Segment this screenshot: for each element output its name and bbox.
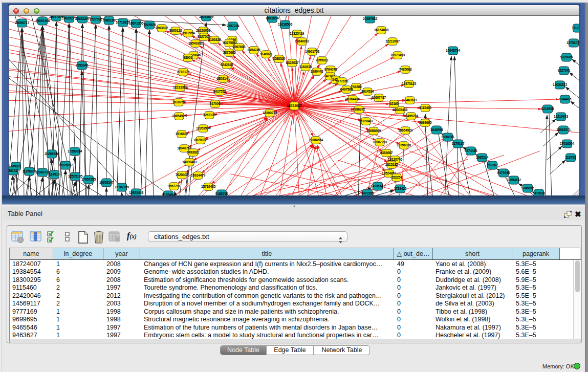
svg-text:20364436: 20364436 bbox=[345, 97, 360, 101]
svg-text:3875685: 3875685 bbox=[223, 51, 236, 54]
svg-text:8878332: 8878332 bbox=[194, 138, 207, 142]
svg-text:15300273: 15300273 bbox=[263, 111, 277, 115]
svg-text:20206536: 20206536 bbox=[45, 152, 59, 156]
svg-text:8186328: 8186328 bbox=[208, 38, 221, 41]
svg-text:1162615: 1162615 bbox=[299, 65, 312, 69]
svg-text:17359934: 17359934 bbox=[68, 149, 82, 153]
svg-text:1244415: 1244415 bbox=[559, 97, 572, 101]
svg-text:18120746: 18120746 bbox=[388, 158, 402, 161]
svg-text:10719155: 10719155 bbox=[116, 20, 130, 24]
svg-text:1112753: 1112753 bbox=[572, 26, 579, 30]
svg-text:8427552: 8427552 bbox=[213, 90, 226, 93]
svg-text:114519: 114519 bbox=[49, 172, 60, 176]
svg-text:9188756: 9188756 bbox=[215, 192, 228, 195]
svg-text:10653267: 10653267 bbox=[75, 17, 90, 20]
svg-text:14961758: 14961758 bbox=[305, 50, 319, 53]
svg-text:12505185: 12505185 bbox=[68, 174, 82, 178]
svg-text:9474444: 9474444 bbox=[465, 149, 477, 152]
svg-text:1640954: 1640954 bbox=[430, 128, 443, 132]
svg-text:9146821: 9146821 bbox=[260, 52, 273, 56]
svg-text:7986372: 7986372 bbox=[353, 107, 365, 111]
svg-text:9115460: 9115460 bbox=[419, 106, 432, 110]
svg-text:18724007: 18724007 bbox=[287, 103, 302, 108]
svg-text:9227341: 9227341 bbox=[558, 69, 571, 72]
svg-text:15751074: 15751074 bbox=[567, 41, 579, 45]
svg-text:12213389: 12213389 bbox=[173, 85, 187, 89]
svg-text:9329966: 9329966 bbox=[560, 55, 573, 59]
svg-text:7955812: 7955812 bbox=[316, 58, 329, 62]
svg-text:10607487: 10607487 bbox=[372, 96, 386, 99]
svg-text:8322037: 8322037 bbox=[286, 61, 299, 64]
svg-text:20691406: 20691406 bbox=[35, 19, 50, 23]
svg-text:8215958: 8215958 bbox=[541, 107, 554, 111]
svg-text:16914479: 16914479 bbox=[191, 173, 205, 177]
svg-text:12033872: 12033872 bbox=[553, 83, 567, 86]
svg-text:3493822: 3493822 bbox=[187, 150, 200, 154]
svg-text:17016504: 17016504 bbox=[560, 142, 574, 145]
svg-text:9472385: 9472385 bbox=[361, 191, 374, 195]
svg-text:15720407: 15720407 bbox=[359, 119, 373, 123]
svg-text:9155494: 9155494 bbox=[162, 193, 175, 195]
svg-text:18907293: 18907293 bbox=[373, 140, 387, 144]
svg-text:7485063: 7485063 bbox=[399, 68, 412, 71]
svg-text:6966160: 6966160 bbox=[103, 18, 116, 22]
svg-text:7625402: 7625402 bbox=[176, 173, 188, 177]
svg-text:12213987: 12213987 bbox=[385, 39, 400, 43]
svg-text:1615132: 1615132 bbox=[385, 163, 398, 166]
svg-text:2718176: 2718176 bbox=[177, 70, 190, 74]
svg-text:9794078: 9794078 bbox=[324, 68, 337, 71]
svg-text:7515525: 7515525 bbox=[143, 23, 156, 27]
svg-text:7663822: 7663822 bbox=[156, 26, 168, 30]
svg-text:1916682: 1916682 bbox=[176, 132, 188, 136]
svg-text:16543382: 16543382 bbox=[188, 41, 203, 45]
svg-text:19218506: 19218506 bbox=[278, 23, 292, 26]
svg-text:9657791: 9657791 bbox=[168, 184, 181, 188]
svg-text:14099483: 14099483 bbox=[182, 160, 197, 164]
svg-text:10654112: 10654112 bbox=[507, 178, 521, 182]
svg-text:12942737: 12942737 bbox=[35, 170, 50, 174]
svg-text:9242848: 9242848 bbox=[221, 63, 233, 67]
svg-text:1588520: 1588520 bbox=[273, 57, 286, 60]
svg-text:20387682: 20387682 bbox=[363, 17, 377, 20]
svg-text:3624534: 3624534 bbox=[361, 90, 374, 93]
svg-text:16154808: 16154808 bbox=[374, 28, 388, 32]
svg-text:8471636: 8471636 bbox=[497, 171, 510, 174]
svg-text:12923448: 12923448 bbox=[129, 191, 143, 194]
svg-text:116753: 116753 bbox=[565, 156, 576, 159]
svg-text:2053346: 2053346 bbox=[76, 63, 89, 67]
svg-text:9777169: 9777169 bbox=[336, 79, 349, 83]
svg-text:9938913: 9938913 bbox=[442, 135, 454, 139]
svg-text:252254: 252254 bbox=[391, 176, 402, 179]
svg-text:12975125: 12975125 bbox=[402, 82, 416, 85]
svg-text:19384554: 19384554 bbox=[309, 138, 323, 142]
svg-text:20975857: 20975857 bbox=[58, 163, 73, 167]
svg-text:19654925: 19654925 bbox=[172, 114, 186, 118]
svg-text:39151: 39151 bbox=[9, 169, 17, 172]
svg-text:98901: 98901 bbox=[183, 56, 192, 59]
svg-text:10463627: 10463627 bbox=[403, 98, 417, 102]
svg-text:10958107: 10958107 bbox=[99, 181, 114, 184]
svg-text:9327508: 9327508 bbox=[223, 41, 236, 45]
svg-text:8813054: 8813054 bbox=[266, 16, 279, 20]
svg-text:1610755: 1610755 bbox=[172, 100, 185, 104]
svg-text:16648784: 16648784 bbox=[446, 49, 460, 52]
svg-text:10025438: 10025438 bbox=[393, 108, 407, 112]
svg-text:9474103: 9474103 bbox=[533, 191, 546, 195]
svg-text:15716485: 15716485 bbox=[201, 185, 215, 188]
svg-text:9384067: 9384067 bbox=[380, 151, 393, 155]
svg-text:1733426: 1733426 bbox=[394, 187, 407, 190]
svg-text:9245652: 9245652 bbox=[521, 186, 534, 190]
svg-text:62160: 62160 bbox=[389, 102, 399, 105]
svg-text:3912954: 3912954 bbox=[182, 31, 195, 35]
svg-text:12353594: 12353594 bbox=[196, 126, 210, 130]
svg-text:24055717: 24055717 bbox=[15, 21, 29, 25]
svg-text:14136141: 14136141 bbox=[371, 184, 385, 188]
svg-text:18495794: 18495794 bbox=[404, 114, 418, 118]
svg-text:6497508: 6497508 bbox=[340, 87, 353, 91]
svg-text:763262: 763262 bbox=[487, 163, 498, 167]
svg-text:19635279: 19635279 bbox=[62, 16, 76, 20]
svg-text:16033809: 16033809 bbox=[199, 16, 213, 18]
svg-text:10688609: 10688609 bbox=[366, 129, 381, 133]
svg-text:8660123: 8660123 bbox=[169, 29, 182, 32]
svg-text:13640910: 13640910 bbox=[295, 39, 309, 43]
